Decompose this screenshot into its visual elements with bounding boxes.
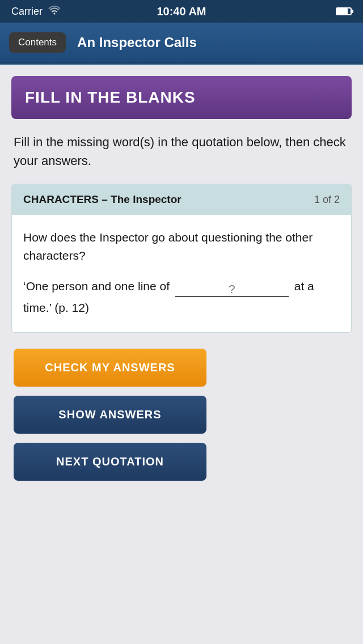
show-answers-button[interactable]: SHOW ANSWERS bbox=[14, 396, 206, 434]
main-content: FILL IN THE BLANKS Fill in the missing w… bbox=[0, 65, 363, 492]
question-card-header: CHARACTERS – The Inspector 1 of 2 bbox=[12, 184, 351, 215]
check-answers-button[interactable]: CHECK MY ANSWERS bbox=[14, 349, 206, 387]
battery-icon bbox=[336, 7, 352, 15]
question-card: CHARACTERS – The Inspector 1 of 2 How do… bbox=[11, 184, 352, 333]
question-card-body: How does the Inspector go about question… bbox=[12, 215, 351, 332]
nav-title: An Inspector Calls bbox=[77, 35, 197, 50]
section-header-title: FILL IN THE BLANKS bbox=[25, 88, 196, 106]
question-card-header-title: CHARACTERS – The Inspector bbox=[23, 193, 182, 206]
section-header: FILL IN THE BLANKS bbox=[11, 76, 352, 119]
carrier-label: Carrier bbox=[11, 6, 43, 18]
status-bar-right bbox=[336, 7, 352, 15]
quote-container: ‘One person and one line of at a time.’ … bbox=[23, 276, 340, 319]
blank-input[interactable] bbox=[175, 282, 289, 297]
status-bar-left: Carrier bbox=[11, 6, 61, 18]
quote-before: ‘One person and one line of bbox=[23, 279, 170, 293]
wifi-icon bbox=[48, 6, 61, 18]
contents-button[interactable]: Contents bbox=[9, 32, 66, 53]
status-bar: Carrier 10:40 AM bbox=[0, 0, 363, 23]
buttons-container: CHECK MY ANSWERS SHOW ANSWERS NEXT QUOTA… bbox=[11, 349, 352, 481]
nav-bar: Contents An Inspector Calls bbox=[0, 23, 363, 62]
instructions-text: Fill in the missing word(s) in the quota… bbox=[11, 133, 352, 170]
question-card-counter: 1 of 2 bbox=[314, 194, 340, 206]
status-bar-time: 10:40 AM bbox=[157, 5, 206, 18]
next-quotation-button[interactable]: NEXT QUOTATION bbox=[14, 443, 206, 481]
question-text: How does the Inspector go about question… bbox=[23, 228, 340, 264]
